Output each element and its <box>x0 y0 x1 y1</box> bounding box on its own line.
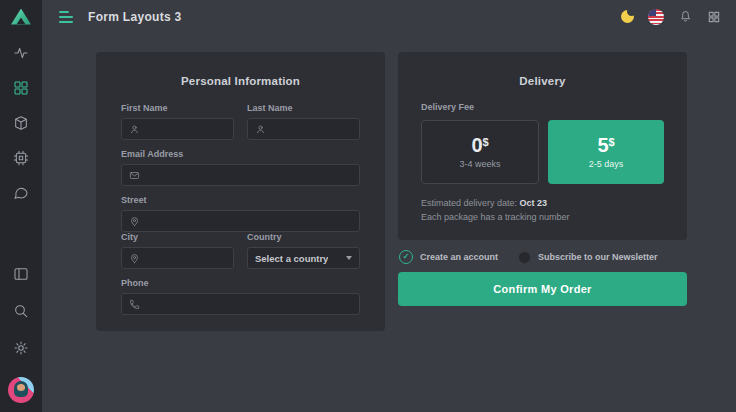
sidebar-item-search[interactable] <box>13 303 29 319</box>
phone-label: Phone <box>121 278 360 288</box>
delivery-option-free-price: 0$ <box>471 135 488 155</box>
layout-grid-icon <box>13 80 29 96</box>
sidebar-nav-bottom <box>8 266 34 403</box>
country-label: Country <box>247 232 360 242</box>
page-title: Form Layouts 3 <box>88 10 182 24</box>
delivery-option-express-price: 5$ <box>597 135 614 155</box>
cube-icon <box>13 115 29 131</box>
city-input-box <box>121 247 234 269</box>
tracking-note: Each package has a tracking number <box>421 211 664 225</box>
personal-information-title: Personal Information <box>96 75 385 87</box>
sidebar-nav-top <box>13 45 29 201</box>
delivery-fee-label: Delivery Fee <box>421 102 664 112</box>
street-input[interactable] <box>146 216 352 227</box>
create-account-checkbox[interactable] <box>399 250 413 264</box>
grid-menu-icon <box>707 10 721 24</box>
sidebar-item-hardware[interactable] <box>13 150 29 166</box>
estimated-delivery-line: Estimated delivery date: Oct 23 <box>421 197 664 211</box>
delivery-option-free[interactable]: 0$ 3-4 weeks <box>421 120 539 184</box>
header: Form Layouts 3 <box>42 0 736 33</box>
delivery-title: Delivery <box>398 75 687 87</box>
street-label: Street <box>121 195 360 205</box>
panel-layout-icon <box>13 266 29 282</box>
country-select-value: Select a country <box>255 253 328 264</box>
sidebar-item-settings[interactable] <box>13 340 29 356</box>
apps-grid-icon[interactable] <box>707 10 721 24</box>
chevron-down-icon <box>346 256 352 260</box>
person-icon <box>255 124 266 135</box>
email-label: Email Address <box>121 149 360 159</box>
user-avatar[interactable] <box>8 377 34 403</box>
search-icon <box>13 303 29 319</box>
last-name-label: Last Name <box>247 103 360 113</box>
delivery-option-express[interactable]: 5$ 2-5 days <box>548 120 664 184</box>
notifications-bell-icon[interactable] <box>678 9 693 24</box>
theme-moon-icon[interactable] <box>621 10 634 23</box>
delivery-notes: Estimated delivery date: Oct 23 Each pac… <box>421 197 664 225</box>
first-name-input[interactable] <box>146 124 226 135</box>
person-icon <box>129 124 140 135</box>
confirm-order-button[interactable]: Confirm My Order <box>398 272 687 306</box>
sidebar-item-components[interactable] <box>13 115 29 131</box>
create-account-label: Create an account <box>420 252 498 262</box>
phone-input-box <box>121 293 360 315</box>
delivery-card: Delivery Delivery Fee 0$ 3-4 weeks 5$ 2-… <box>398 52 687 240</box>
sidebar-item-panel[interactable] <box>13 266 29 282</box>
personal-information-form: First Name Last Name Email Address <box>96 87 385 315</box>
last-name-input-box <box>247 118 360 140</box>
sidebar-item-chat[interactable] <box>13 185 29 201</box>
last-name-input[interactable] <box>272 124 352 135</box>
sidebar <box>0 0 42 412</box>
estimated-delivery-date: Oct 23 <box>520 198 548 208</box>
newsletter-label: Subscribe to our Newsletter <box>538 252 658 262</box>
first-name-label: First Name <box>121 103 234 113</box>
newsletter-radio[interactable] <box>518 251 531 264</box>
city-label: City <box>121 232 234 242</box>
us-flag-language-icon[interactable] <box>648 9 664 25</box>
app-logo[interactable] <box>0 0 42 33</box>
settings-gear-icon <box>13 340 29 356</box>
email-input-box <box>121 164 360 186</box>
sidebar-item-layouts[interactable] <box>13 80 29 96</box>
phone-input[interactable] <box>146 299 352 310</box>
country-select[interactable]: Select a country <box>247 247 360 269</box>
bell-icon <box>678 9 693 24</box>
activity-icon <box>13 45 29 61</box>
chip-icon <box>13 150 29 166</box>
first-name-input-box <box>121 118 234 140</box>
pin-icon <box>129 253 140 264</box>
delivery-option-express-duration: 2-5 days <box>589 159 624 169</box>
header-actions <box>621 9 721 25</box>
phone-icon <box>129 299 140 310</box>
delivery-option-free-duration: 3-4 weeks <box>459 159 500 169</box>
chat-bubble-icon <box>13 185 29 201</box>
delivery-options: 0$ 3-4 weeks 5$ 2-5 days <box>421 120 664 184</box>
subscribe-row: Create an account Subscribe to our Newsl… <box>399 250 688 264</box>
email-input[interactable] <box>146 170 352 181</box>
sidebar-item-activity[interactable] <box>13 45 29 61</box>
pin-icon <box>129 216 140 227</box>
street-input-box <box>121 210 360 232</box>
triangle-logo-icon <box>11 9 31 25</box>
city-input[interactable] <box>146 253 226 264</box>
menu-icon[interactable] <box>59 11 73 23</box>
personal-information-card: Personal Information First Name Last Nam… <box>96 52 385 331</box>
envelope-icon <box>129 170 140 181</box>
